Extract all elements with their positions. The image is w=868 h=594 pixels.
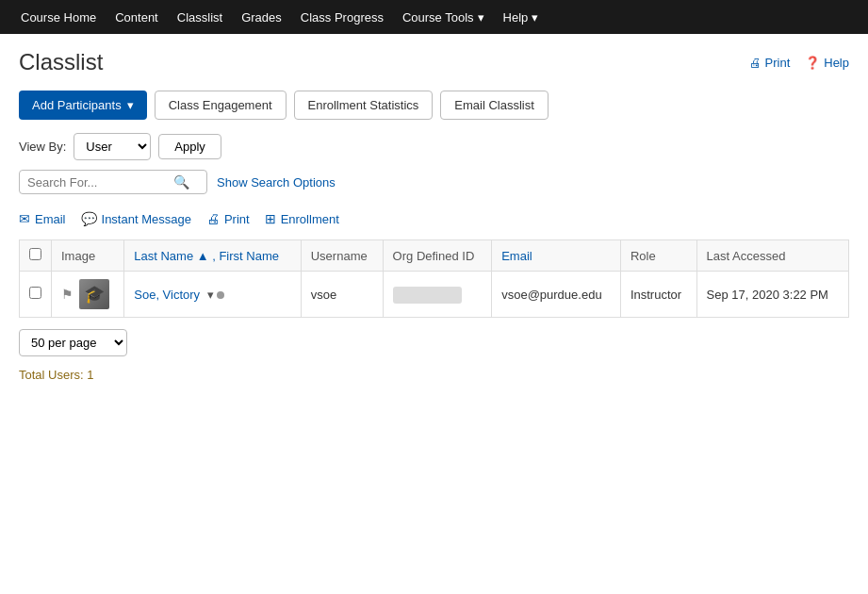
viewby-row: View By: User Group Section Apply [19,133,849,160]
last-accessed-cell: Sep 17, 2020 3:22 PM [696,272,848,318]
email-toolbar-item[interactable]: ✉ Email [19,211,66,226]
class-engagement-button[interactable]: Class Engagement [155,91,287,120]
org-id-column-header: Org Defined ID [383,240,492,272]
email-cell: vsoe@purdue.edu [492,272,621,318]
username-column-header: Username [301,240,383,272]
action-bar: Add Participants ▾ Class Engagement Enro… [19,91,849,120]
nav-help[interactable]: Help ▾ [494,3,549,32]
table-row: ⚑ 🎓 Soe, Victory ▾ vsoe [20,272,849,318]
nav-content[interactable]: Content [106,3,168,32]
instant-message-icon: 💬 [81,211,97,226]
chevron-down-icon: ▾ [532,10,538,25]
print-icon: 🖨 [206,211,220,226]
show-search-options-link[interactable]: Show Search Options [217,175,336,190]
select-all-checkbox[interactable] [29,248,41,260]
classlist-table: Image Last Name ▲ , First Name Username … [19,239,849,318]
org-id-value [393,287,462,304]
page-content: Classlist 🖨 Print ❓ Help Add Participant… [0,34,868,397]
print-toolbar-item[interactable]: 🖨 Print [206,211,250,226]
search-box: 🔍 [19,170,207,194]
per-page-select[interactable]: 10 per page 20 per page 50 per page 100 … [19,329,127,356]
instant-message-toolbar-item[interactable]: 💬 Instant Message [81,211,191,226]
help-icon: ❓ [805,56,820,70]
help-link[interactable]: ❓ Help [805,56,849,70]
select-all-header [20,240,52,272]
print-link[interactable]: 🖨 Print [749,56,791,70]
viewby-label: View By: [19,140,66,154]
image-column-header: Image [52,240,124,272]
role-cell: Instructor [620,272,696,318]
row-checkbox[interactable] [29,287,41,299]
nav-course-tools[interactable]: Course Tools ▾ [393,3,494,32]
total-users: Total Users: 1 [19,368,849,382]
flag-icon[interactable]: ⚑ [61,287,74,302]
apply-button[interactable]: Apply [158,134,221,159]
avatar: 🎓 [79,279,109,309]
nav-grades[interactable]: Grades [232,3,291,32]
email-classlist-button[interactable]: Email Classlist [440,91,549,120]
print-icon: 🖨 [749,56,762,70]
chevron-down-icon: ▾ [127,98,134,112]
name-cell: Soe, Victory ▾ [124,272,301,318]
user-name-link[interactable]: Soe, Victory [134,288,203,302]
pagination-row: 10 per page 20 per page 50 per page 100 … [19,329,849,356]
add-participants-button[interactable]: Add Participants ▾ [19,91,147,120]
page-header: Classlist 🖨 Print ❓ Help [19,49,849,75]
name-column-header[interactable]: Last Name ▲ , First Name [124,240,301,272]
search-row: 🔍 Show Search Options [19,170,849,194]
email-column-header[interactable]: Email [492,240,621,272]
table-header-row: Image Last Name ▲ , First Name Username … [20,240,849,272]
role-column-header: Role [620,240,696,272]
chevron-down-icon: ▾ [478,10,484,25]
search-input[interactable] [27,175,173,190]
online-status-indicator [217,291,224,299]
email-icon: ✉ [19,211,30,226]
avatar-image: 🎓 [79,279,109,309]
image-cell: ⚑ 🎓 [52,272,124,318]
search-icon[interactable]: 🔍 [173,174,189,190]
top-navigation: Course Home Content Classlist Grades Cla… [0,0,868,34]
org-id-cell [383,272,492,318]
page-title: Classlist [19,49,103,75]
enrollment-toolbar-item[interactable]: ⊞ Enrollment [265,211,339,226]
chevron-down-icon[interactable]: ▾ [207,288,214,302]
enrollment-statistics-button[interactable]: Enrollment Statistics [294,91,434,120]
last-accessed-column-header: Last Accessed [696,240,848,272]
nav-course-home[interactable]: Course Home [11,3,106,32]
row-checkbox-cell [20,272,52,318]
viewby-select[interactable]: User Group Section [74,133,151,160]
header-actions: 🖨 Print ❓ Help [749,56,849,70]
toolbar: ✉ Email 💬 Instant Message 🖨 Print ⊞ Enro… [19,207,849,230]
nav-classlist[interactable]: Classlist [168,3,232,32]
nav-class-progress[interactable]: Class Progress [291,3,393,32]
username-cell: vsoe [301,272,383,318]
enrollment-icon: ⊞ [265,211,276,226]
